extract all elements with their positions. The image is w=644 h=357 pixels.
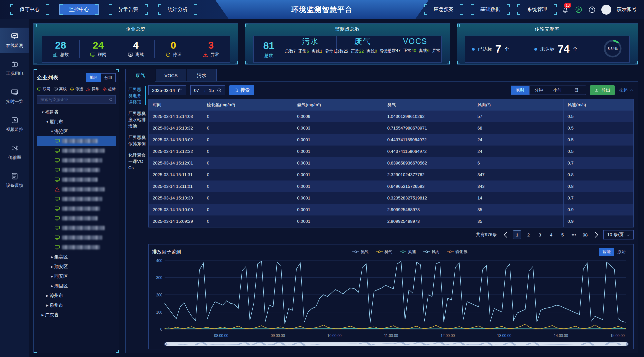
legend-item-风向[interactable]: 风向 — [423, 249, 440, 255]
prev-page-button[interactable] — [501, 230, 510, 239]
tree-region-泉州市[interactable]: ▶泉州市 — [37, 300, 116, 310]
legend-item-臭气[interactable]: 臭气 — [376, 249, 392, 255]
tree-region-湖里区[interactable]: ▶湖里区 — [37, 281, 116, 291]
tree-region-厦门市[interactable]: ▼厦门市 — [37, 117, 116, 127]
tree-company-item[interactable] — [37, 184, 116, 194]
tree-company-item[interactable] — [37, 233, 116, 242]
enterprise-tab-1[interactable]: 分组 — [101, 73, 116, 82]
monitor-point-0[interactable]: 厂界恶臭电务课楼顶 — [128, 86, 146, 105]
tree-region-福建省[interactable]: ▼福建省 — [37, 107, 116, 117]
tree-company-item[interactable] — [37, 242, 116, 252]
tree-company-item[interactable] — [37, 223, 116, 233]
tree-company-item[interactable] — [37, 146, 116, 156]
nav-item-0[interactable]: 值守中心 — [10, 4, 49, 15]
tree-region-海沧区[interactable]: ▼海沧区 — [37, 127, 116, 136]
tree-company-item[interactable] — [37, 213, 116, 223]
nav-item-1[interactable]: 基础数据 — [471, 4, 510, 15]
sidebar-item-2[interactable]: 实时一览 — [0, 84, 29, 109]
sidebar-item-0[interactable]: 在线监测 — [0, 28, 29, 53]
time-range-picker[interactable]: 07 → 15 — [190, 85, 225, 95]
table-row[interactable]: 2025-03-14 15:12:3200.00010.443741159064… — [149, 146, 633, 157]
page-button-98[interactable]: 98 — [581, 230, 589, 239]
tree-company-item[interactable] — [37, 165, 116, 175]
page-ellipsis[interactable]: ••• — [569, 230, 578, 239]
enterprise-search-input[interactable] — [37, 95, 116, 104]
table-row[interactable]: 2025-03-14 15:12:0100.00010.639658936670… — [149, 157, 633, 169]
chart-mode-1[interactable]: 原始 — [614, 248, 629, 256]
page-size-select[interactable]: 10 条/页 — [603, 230, 634, 239]
search-button[interactable]: 搜索 — [229, 85, 254, 95]
legend-item-风速[interactable]: 风速 — [400, 249, 416, 255]
bell-icon[interactable]: 13 — [561, 6, 569, 14]
pollutant-tab-2[interactable]: 污水 — [187, 69, 217, 82]
next-page-button[interactable] — [592, 230, 601, 239]
page-button-4[interactable]: 4 — [547, 230, 555, 239]
avatar[interactable] — [601, 5, 611, 15]
table-row[interactable]: 2025-03-14 15:10:3000.00010.323528327519… — [149, 192, 633, 204]
status-filter-3[interactable]: 异常 — [86, 87, 99, 92]
nav-item-1[interactable]: 监控中心 — [59, 4, 99, 15]
tree-company-item[interactable] — [37, 194, 116, 204]
tree-region-同安区[interactable]: ▶同安区 — [37, 271, 116, 281]
status-filter-0[interactable]: 联网 — [37, 87, 50, 92]
nav-item-2[interactable]: 异常告警 — [109, 4, 148, 15]
page-button-1[interactable]: 1 — [513, 230, 521, 239]
status-filter-1[interactable]: 离线 — [53, 87, 67, 92]
account-name[interactable]: 演示账号 — [617, 6, 637, 13]
chevron-right-icon[interactable]: ▶ — [50, 255, 54, 259]
chevron-right-icon[interactable]: ▶ — [45, 294, 50, 297]
sidebar-item-1[interactable]: 工况用电 — [0, 56, 29, 81]
date-picker[interactable]: 2025-03-14 — [148, 85, 186, 95]
chevron-down-icon[interactable]: ▼ — [45, 120, 50, 124]
nav-item-2[interactable]: 系统管理 — [517, 4, 557, 15]
status-filter-4[interactable]: 超标 — [102, 87, 116, 92]
page-button-5[interactable]: 5 — [558, 230, 567, 239]
interval-option-0[interactable]: 实时 — [511, 86, 530, 95]
sidebar-item-4[interactable]: 传输率 — [0, 140, 29, 165]
interval-option-2[interactable]: 小时 — [548, 86, 567, 95]
tree-region-集美区[interactable]: ▶集美区 — [37, 252, 116, 262]
table-row[interactable]: 2025-03-14 15:13:0200.00010.443741159064… — [149, 134, 633, 146]
chart-scrollbar[interactable] — [164, 342, 629, 346]
table-row[interactable]: 2025-03-14 15:11:0100.00010.649653157265… — [149, 180, 633, 192]
status-filter-2[interactable]: 停运 — [70, 87, 83, 92]
tree-region-翔安区[interactable]: ▶翔安区 — [37, 262, 116, 271]
table-row[interactable]: 2025-03-14 15:10:0000.00012.909925488973… — [149, 204, 633, 215]
chevron-right-icon[interactable]: ▶ — [50, 275, 54, 278]
monitor-point-2[interactable]: 厂界恶臭假捻东侧 — [128, 134, 146, 147]
help-icon[interactable]: ? — [588, 6, 596, 14]
page-button-2[interactable]: 2 — [524, 230, 533, 239]
link-icon[interactable] — [575, 6, 583, 14]
collapse-toggle[interactable]: 收起 — [619, 87, 634, 93]
nav-item-0[interactable]: 应急预案 — [424, 4, 463, 15]
interval-option-3[interactable]: 日 — [567, 86, 586, 95]
sidebar-item-3[interactable]: 视频监控 — [0, 112, 29, 137]
tree-company-item[interactable] — [37, 136, 116, 146]
pollutant-tab-1[interactable]: VOCS — [156, 69, 186, 82]
tree-region-漳州市[interactable]: ▶漳州市 — [37, 291, 116, 300]
enterprise-tab-0[interactable]: 地区 — [86, 73, 101, 82]
pollutant-tab-0[interactable]: 废气 — [125, 69, 155, 82]
monitor-point-3[interactable]: 化纤聚合一课VOCs — [128, 152, 146, 171]
tree-region-广东省[interactable]: ▶广东省 — [37, 310, 116, 320]
sidebar-item-5[interactable]: 设备反馈 — [0, 168, 29, 193]
interval-option-1[interactable]: 分钟 — [530, 86, 548, 95]
chevron-right-icon[interactable]: ▶ — [50, 284, 54, 288]
export-button[interactable]: 导出 — [590, 85, 615, 95]
table-row[interactable]: 2025-03-14 15:13:3200.00330.715547988678… — [149, 122, 633, 134]
tree-company-item[interactable] — [37, 175, 116, 184]
search-icon[interactable] — [109, 97, 113, 102]
chevron-right-icon[interactable]: ▶ — [50, 265, 54, 268]
chart-mode-0[interactable]: 智能 — [599, 248, 614, 256]
page-button-3[interactable]: 3 — [535, 230, 544, 239]
chevron-right-icon[interactable]: ▶ — [45, 304, 50, 307]
table-row[interactable]: 2025-03-14 15:14:0300.00091.043012996102… — [149, 111, 633, 122]
monitor-point-1[interactable]: 厂界恶臭废水站排海池 — [128, 110, 146, 129]
chevron-down-icon[interactable]: ▼ — [50, 130, 54, 133]
table-row[interactable]: 2025-03-14 15:11:3100.00012.329010243777… — [149, 169, 633, 180]
legend-item-氨气[interactable]: 氨气 — [352, 249, 369, 255]
table-row[interactable]: 2025-03-14 15:09:2900.00012.909925488973… — [149, 215, 633, 227]
chevron-right-icon[interactable]: ▶ — [40, 313, 45, 317]
legend-item-硫化氢[interactable]: 硫化氢 — [447, 249, 467, 255]
tree-company-item[interactable] — [37, 204, 116, 213]
